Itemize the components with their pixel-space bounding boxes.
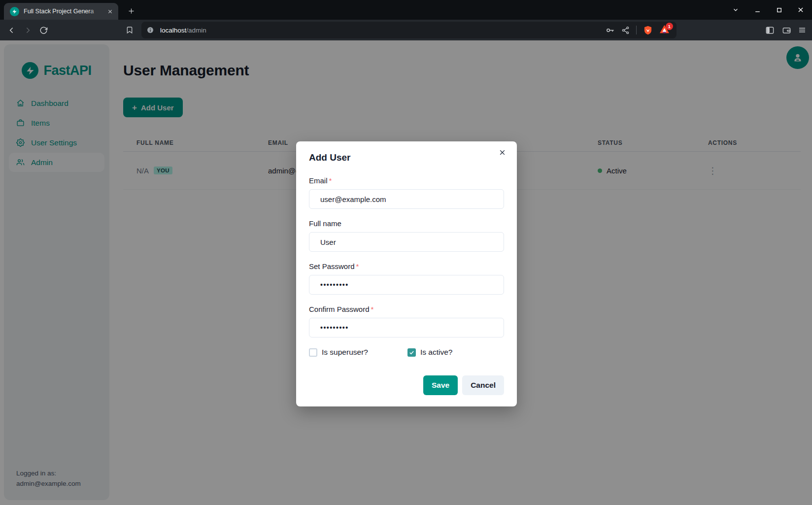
superuser-label: Is superuser? [322,348,368,357]
tab-strip: Full Stack Project Genera [0,0,812,20]
required-asterisk: * [356,262,359,270]
tab-search-icon[interactable] [728,2,743,17]
wallet-icon[interactable] [780,24,793,36]
page-content: FastAPI Dashboard Items [0,40,812,505]
superuser-checkbox[interactable] [309,348,317,357]
share-icon[interactable] [621,26,630,34]
required-asterisk: * [371,305,374,313]
tab-title: Full Stack Project Genera [24,7,101,15]
email-field[interactable] [309,189,504,209]
address-bar[interactable]: localhost/admin 1 [141,22,677,38]
browser-toolbar: localhost/admin 1 [0,20,812,40]
active-checkbox-item[interactable]: Is active? [407,348,452,357]
new-tab-button[interactable] [124,4,138,18]
password-field[interactable] [309,275,504,295]
confirm-password-group: Confirm Password* [309,305,504,337]
browser-window: Full Stack Project Genera [0,0,812,505]
url-path: /admin [186,27,206,34]
email-group: Email* [309,176,504,209]
tab-close-icon[interactable] [105,7,114,16]
add-user-modal: Add User Email* Full name Set Password* … [296,141,517,406]
cancel-button[interactable]: Cancel [462,375,504,395]
fullname-field[interactable] [309,232,504,252]
fastapi-favicon-icon [10,7,19,16]
email-label: Email* [309,176,504,185]
password-label: Set Password* [309,262,504,270]
browser-tab[interactable]: Full Stack Project Genera [4,3,118,20]
fullname-label: Full name [309,219,504,228]
url-host: localhost [160,27,186,34]
bookmark-icon[interactable] [123,24,136,36]
site-info-icon[interactable] [146,26,154,34]
checkbox-row: Is superuser? Is active? [309,348,504,357]
password-group: Set Password* [309,262,504,295]
urlbar-actions: 1 [606,25,670,35]
close-window-button[interactable] [793,2,808,17]
superuser-checkbox-item[interactable]: Is superuser? [309,348,407,357]
fullname-group: Full name [309,219,504,252]
forward-icon[interactable] [21,24,34,36]
menu-icon[interactable] [796,24,809,36]
sidebar-toggle-icon[interactable] [763,24,776,36]
save-button[interactable]: Save [423,375,458,395]
modal-close-icon[interactable] [496,146,508,159]
modal-footer: Save Cancel [309,375,504,395]
url-text: localhost/admin [160,27,206,34]
confirm-password-label: Confirm Password* [309,305,504,313]
brave-rewards-icon[interactable]: 1 [659,25,670,35]
minimize-button[interactable] [750,2,765,17]
brave-shield-icon[interactable] [643,25,653,35]
modal-title: Add User [309,152,504,163]
rewards-badge: 1 [666,23,673,30]
active-label: Is active? [420,348,452,357]
maximize-button[interactable] [772,2,786,17]
confirm-password-field[interactable] [309,318,504,337]
reload-icon[interactable] [37,24,50,36]
active-checkbox[interactable] [407,348,416,357]
back-icon[interactable] [5,24,18,36]
window-controls [728,0,808,20]
password-key-icon[interactable] [606,26,615,35]
toolbar-separator [636,26,637,34]
required-asterisk: * [329,176,332,185]
